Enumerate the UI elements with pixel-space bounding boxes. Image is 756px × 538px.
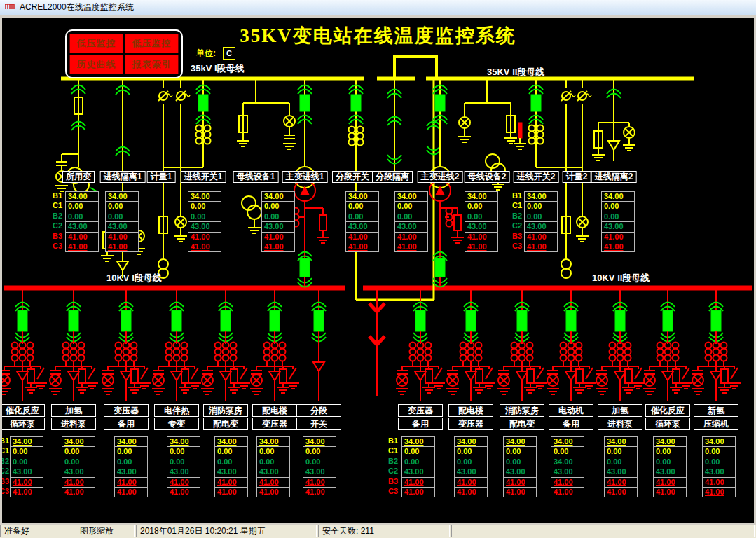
feeder-10kv-left-6	[250, 290, 299, 401]
menu-button-report-index[interactable]: 报表索引	[125, 55, 179, 74]
temp-value-cell: 34.00	[115, 437, 147, 447]
feeder-label-10kv-14[interactable]: 新氢压缩机	[694, 404, 738, 430]
menu-button-history-curve[interactable]: 历史曲线	[69, 55, 123, 74]
feeder-label-line: 备用	[398, 418, 443, 430]
feeder-label-10kv-9[interactable]: 配电楼变压器	[448, 404, 493, 430]
menu-button-lv-monitor-1[interactable]: 低压监控	[69, 34, 123, 53]
feeder-label-10kv-2[interactable]: 加氢进料泵	[51, 404, 96, 430]
feeder-label-10kv-6[interactable]: 配电楼变压器	[252, 404, 297, 430]
bay-label-35kv-7[interactable]: 分段开关	[332, 171, 373, 183]
bay-label-35kv-3[interactable]: 计量1	[147, 171, 176, 183]
feeder-label-line: 进料泵	[598, 418, 642, 430]
breaker-closed-icon[interactable]	[314, 310, 324, 331]
window-frame: 35KV变电站在线温度监控系统 低压监控 低压监控 历史曲线 报表索引 单位: …	[0, 15, 756, 525]
bay-label-35kv-11[interactable]: 进线开关2	[514, 171, 559, 183]
temp-value-cell: 0.00	[11, 447, 43, 457]
bay-label-35kv-12[interactable]: 计量2	[563, 171, 591, 183]
temp-value-cell: 41.00	[602, 233, 634, 242]
temp-value-cell: 0.00	[167, 457, 200, 467]
temp-row-label: B1	[2, 436, 9, 446]
feeder-10kv-right-5	[596, 290, 645, 401]
temp-value-cell: 41.00	[303, 478, 336, 488]
bay-label-35kv-1[interactable]: 所用变	[62, 171, 95, 183]
temp-value-cell: 43.00	[167, 467, 200, 477]
menu-button-lv-monitor-2[interactable]: 低压监控	[125, 34, 179, 53]
temp-value-cell: 0.00	[303, 457, 336, 467]
bay-label-35kv-4[interactable]: 进线开关1	[181, 171, 226, 183]
temp-value-cell: 41.00	[262, 233, 294, 242]
temp-value-cell: 41.00	[106, 233, 138, 242]
temp-value-cell: 0.00	[62, 447, 95, 457]
bay-label-35kv-8[interactable]: 分段隔离	[372, 171, 413, 183]
temp-row-label: B3	[48, 232, 62, 242]
temp-value-cell: 43.00	[455, 467, 487, 477]
temp-value-cell: 0.00	[62, 457, 95, 467]
breaker-closed-icon[interactable]	[18, 310, 27, 331]
feeder-label-10kv-7[interactable]: 分段开关	[296, 404, 341, 430]
bay-incoming-breaker-1	[196, 78, 211, 167]
feeder-label-10kv-11[interactable]: 电动机备用	[549, 404, 593, 430]
feeder-label-10kv-1[interactable]: 催化反应循环泵	[2, 404, 45, 430]
bay-label-35kv-5[interactable]: 母线设备1	[233, 171, 279, 183]
temp-value-cell: 0.00	[303, 447, 336, 457]
bay-label-35kv-10[interactable]: 母线设备2	[465, 171, 510, 183]
temp-value-cell: 0.00	[395, 212, 427, 222]
temp-value-cell: 0.00	[654, 447, 686, 457]
bay-label-35kv-9[interactable]: 主变进线2	[418, 171, 463, 183]
feeder-label-10kv-10[interactable]: 消防泵房配电变	[500, 404, 544, 430]
temp-value-cell: 41.00	[262, 242, 294, 251]
bay-label-35kv-2[interactable]: 进线隔离1	[100, 171, 146, 183]
bus-label-10kv-1: 10KV I段母线	[106, 272, 162, 284]
breaker-closed-icon[interactable]	[711, 310, 721, 331]
temp-value-cell: 41.00	[395, 242, 427, 251]
breaker-closed-icon[interactable]	[531, 95, 541, 111]
feeder-label-10kv-8[interactable]: 变压器备用	[398, 404, 443, 430]
feeder-label-10kv-4[interactable]: 电伴热专变	[154, 404, 199, 430]
breaker-closed-icon[interactable]	[69, 310, 78, 331]
feeder-10kv-right-1	[396, 290, 445, 401]
app-logo-icon	[4, 3, 15, 13]
temp-value-cell: 43.00	[504, 467, 536, 477]
feeder-label-10kv-5[interactable]: 消防泵房配电变	[203, 404, 248, 430]
temp-value-cell: 43.00	[602, 222, 634, 232]
breaker-closed-icon[interactable]	[435, 95, 445, 111]
breaker-closed-icon[interactable]	[172, 310, 181, 331]
feeder-label-10kv-12[interactable]: 加氢进料泵	[598, 404, 642, 430]
temp-row-label: C2	[508, 221, 522, 231]
feeder-label-line: 变压器	[448, 418, 493, 430]
bay-label-35kv-13[interactable]: 进线隔离2	[591, 171, 637, 183]
breaker-closed-icon[interactable]	[466, 310, 476, 331]
temp-table-lower-right-1: 34.000.000.0043.0041.0041.00	[401, 436, 435, 497]
breaker-closed-icon[interactable]	[351, 95, 361, 111]
temp-row-label: C2	[48, 221, 62, 231]
temp-row-labels-lower-right: B1C1B2C2B3C3	[384, 436, 398, 497]
temp-value-cell: 34.00	[167, 437, 200, 447]
feeder-label-line: 变压器	[398, 404, 443, 417]
temp-value-cell: 41.00	[654, 488, 686, 497]
feeder-label-10kv-13[interactable]: 催化反应循环泵	[645, 404, 690, 430]
breaker-closed-icon[interactable]	[198, 95, 208, 111]
breaker-closed-icon[interactable]	[121, 310, 131, 331]
feeder-label-line: 循环泵	[2, 418, 45, 430]
breaker-closed-icon[interactable]	[221, 310, 231, 331]
breaker-closed-icon[interactable]	[566, 310, 576, 331]
temp-value-cell: 41.00	[188, 233, 221, 242]
breaker-closed-icon[interactable]	[300, 258, 310, 277]
breaker-closed-icon[interactable]	[615, 310, 625, 331]
breaker-closed-icon[interactable]	[517, 310, 527, 331]
feeder-label-line: 配电变	[500, 418, 544, 430]
bay-label-35kv-6[interactable]: 主变进线1	[282, 171, 328, 183]
breaker-closed-icon[interactable]	[435, 258, 445, 277]
feeder-10kv-right-7	[692, 290, 741, 401]
breaker-closed-icon[interactable]	[300, 95, 310, 111]
breaker-closed-icon[interactable]	[663, 310, 673, 331]
temp-value-cell: 43.00	[346, 222, 378, 232]
unit-indicator: 单位: C	[196, 47, 235, 60]
bay-incoming-breaker-2	[529, 78, 583, 167]
breaker-closed-icon[interactable]	[415, 310, 425, 331]
feeder-label-10kv-3[interactable]: 变压器备用	[104, 404, 149, 430]
temp-row-label: B3	[508, 232, 522, 242]
temp-table-upper-7: 34.000.000.0043.0041.0041.00	[465, 191, 498, 252]
temp-row-label: B1	[384, 436, 398, 446]
breaker-closed-icon[interactable]	[270, 310, 280, 331]
